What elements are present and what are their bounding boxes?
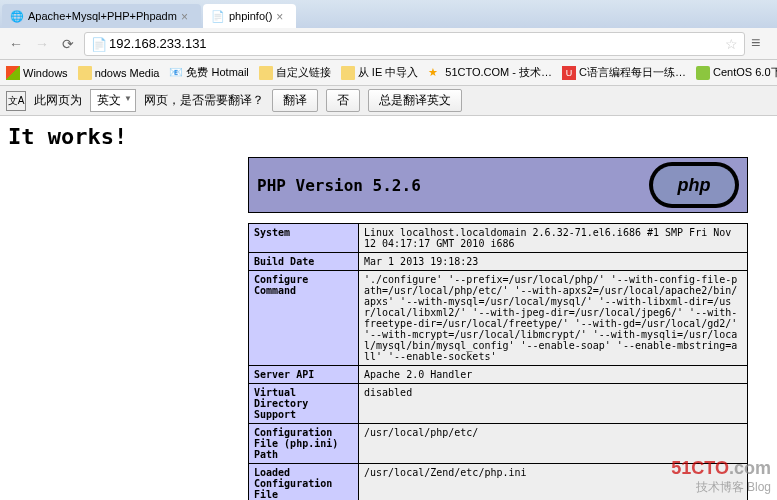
url-input[interactable]: 📄 192.168.233.131 ☆ [84, 32, 745, 56]
translate-text-prefix: 此网页为 [34, 92, 82, 109]
translate-no-button[interactable]: 否 [326, 89, 360, 112]
centos-icon [696, 66, 710, 80]
folder-icon [78, 66, 92, 80]
windows-icon [6, 66, 20, 80]
translate-always-button[interactable]: 总是翻译英文 [368, 89, 462, 112]
page-icon: 📄 [91, 37, 105, 51]
url-text: 192.168.233.131 [109, 36, 207, 51]
bookmark-item[interactable]: 自定义链接 [259, 65, 331, 80]
browser-tab-bar: 🌐 Apache+Mysql+PHP+Phpadm × 📄 phpinfo() … [0, 0, 777, 28]
bookmark-item[interactable]: CentOS 6.0下搭建L… [696, 65, 777, 80]
row-key: Build Date [249, 253, 359, 271]
page-icon: 📄 [211, 9, 225, 23]
globe-icon: 🌐 [10, 9, 24, 23]
bookmarks-bar: Windows ndows Media 📧免费 Hotmail 自定义链接 从 … [0, 60, 777, 86]
bookmark-item[interactable]: Windows [6, 66, 68, 80]
row-key: Configure Command [249, 271, 359, 366]
table-row: Build DateMar 1 2013 19:18:23 [249, 253, 748, 271]
translate-icon: 文A [6, 91, 26, 111]
bookmark-star-icon[interactable]: ☆ [725, 36, 738, 52]
phpinfo-header: PHP Version 5.2.6 php [248, 157, 748, 213]
table-row: Server APIApache 2.0 Handler [249, 366, 748, 384]
table-row: Configure Command'./configure' '--prefix… [249, 271, 748, 366]
page-content: It works! PHP Version 5.2.6 php SystemLi… [0, 116, 777, 500]
close-icon[interactable]: × [276, 10, 288, 22]
row-value: Apache 2.0 Handler [359, 366, 748, 384]
row-value: disabled [359, 384, 748, 424]
tab-title: phpinfo() [229, 10, 272, 22]
tab-title: Apache+Mysql+PHP+Phpadm [28, 10, 177, 22]
folder-icon [341, 66, 355, 80]
translate-text-suffix: 网页，是否需要翻译？ [144, 92, 264, 109]
phpinfo-panel: PHP Version 5.2.6 php SystemLinux localh… [248, 157, 748, 500]
bookmark-item[interactable]: 📧免费 Hotmail [169, 65, 248, 80]
back-button[interactable]: ← [6, 34, 26, 54]
bookmark-item[interactable]: ★51CTO.COM - 技术… [428, 65, 552, 80]
row-key: Server API [249, 366, 359, 384]
translate-bar: 文A 此网页为 英文 网页，是否需要翻译？ 翻译 否 总是翻译英文 [0, 86, 777, 116]
row-key: System [249, 224, 359, 253]
table-row: Virtual Directory Supportdisabled [249, 384, 748, 424]
row-key: Virtual Directory Support [249, 384, 359, 424]
php-version-title: PHP Version 5.2.6 [257, 176, 421, 195]
row-value: Mar 1 2013 19:18:23 [359, 253, 748, 271]
browser-tab-1[interactable]: 🌐 Apache+Mysql+PHP+Phpadm × [2, 4, 201, 28]
translate-button[interactable]: 翻译 [272, 89, 318, 112]
row-key: Configuration File (php.ini) Path [249, 424, 359, 464]
reload-button[interactable]: ⟳ [58, 34, 78, 54]
star-icon: ★ [428, 66, 442, 80]
bookmark-item[interactable]: ndows Media [78, 66, 160, 80]
row-value: './configure' '--prefix=/usr/local/php/'… [359, 271, 748, 366]
row-key: Loaded Configuration File [249, 464, 359, 501]
row-value: Linux localhost.localdomain 2.6.32-71.el… [359, 224, 748, 253]
it-works-heading: It works! [8, 124, 769, 149]
php-logo-text: php [653, 166, 735, 204]
language-select[interactable]: 英文 [90, 89, 136, 112]
browser-tab-2[interactable]: 📄 phpinfo() × [203, 4, 296, 28]
hotmail-icon: 📧 [169, 66, 183, 80]
menu-icon[interactable]: ≡ [751, 34, 771, 54]
php-logo: php [649, 162, 739, 208]
table-row: SystemLinux localhost.localdomain 2.6.32… [249, 224, 748, 253]
address-bar: ← → ⟳ 📄 192.168.233.131 ☆ ≡ [0, 28, 777, 60]
close-icon[interactable]: × [181, 10, 193, 22]
bookmark-item[interactable]: UC语言编程每日一练… [562, 65, 686, 80]
forward-button[interactable]: → [32, 34, 52, 54]
u-icon: U [562, 66, 576, 80]
folder-icon [259, 66, 273, 80]
watermark: 51CTO.com 技术博客 Blog [671, 458, 771, 496]
bookmark-item[interactable]: 从 IE 中导入 [341, 65, 419, 80]
